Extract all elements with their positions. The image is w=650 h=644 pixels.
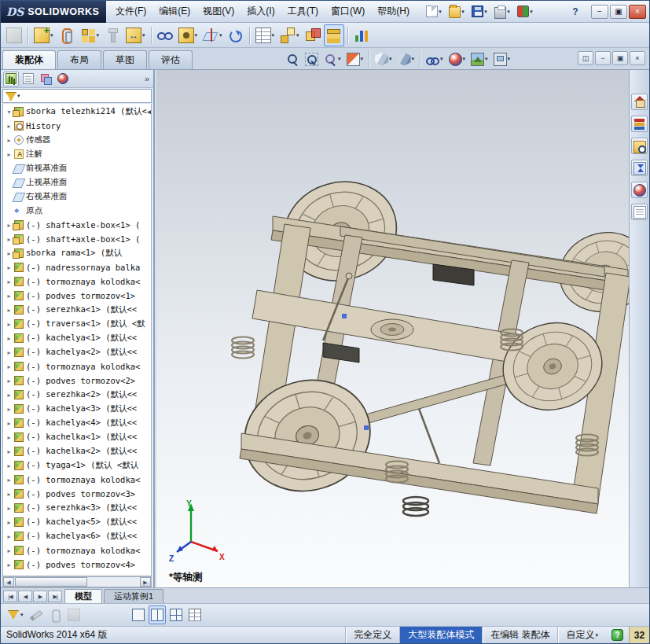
document-close-button[interactable]: ×	[630, 51, 645, 65]
tree-item[interactable]: ▸(-) tormoznaya kolodka<	[3, 473, 151, 487]
expander-icon[interactable]: ▸	[5, 462, 13, 469]
displaymanager-tab[interactable]	[55, 72, 71, 86]
menu-tools[interactable]: 工具(T)	[281, 1, 325, 22]
help-button[interactable]: ?	[567, 6, 583, 17]
expander-icon[interactable]: ▸	[5, 307, 13, 314]
interference-detection-button[interactable]	[303, 24, 323, 46]
tree-item[interactable]: 右视基准面	[3, 190, 151, 204]
open-document-button[interactable]: ▾	[446, 1, 467, 23]
propertymanager-tab[interactable]	[20, 72, 36, 86]
expander-icon[interactable]: ▸	[5, 406, 13, 413]
tree-item[interactable]: ▸(-) shaft+axle-box<1> (	[3, 218, 151, 232]
view-settings-button[interactable]: ▾	[491, 50, 513, 68]
expander-icon[interactable]: ▸	[5, 377, 13, 385]
featuremanager-tab[interactable]	[3, 72, 19, 86]
tree-item[interactable]: ▸(-) podves tormozov<1>	[3, 289, 151, 303]
last-tab-button[interactable]: ▶|	[48, 591, 62, 602]
new-document-button[interactable]: ▾	[424, 1, 444, 23]
exploded-view-button[interactable]: ▾	[277, 24, 302, 46]
linear-component-pattern-button[interactable]: ▾	[78, 24, 102, 46]
tab-sketch[interactable]: 草图	[103, 50, 147, 69]
menu-file[interactable]: 文件(F)	[109, 1, 152, 22]
custom-properties-button[interactable]	[631, 204, 648, 220]
tree-horizontal-scrollbar[interactable]: ◀ ▶	[2, 576, 152, 587]
expander-icon[interactable]: ▸	[5, 519, 13, 526]
document-restore-button[interactable]: ▣	[612, 51, 628, 65]
selection-filter-button[interactable]: ▾	[5, 605, 26, 624]
collapse-pane-arrow[interactable]: ◀	[147, 108, 152, 116]
expander-icon[interactable]: ▸	[5, 137, 13, 144]
large-assembly-mode-button[interactable]	[324, 24, 344, 46]
move-component-button[interactable]: ▾	[123, 24, 148, 46]
quick-tips-button[interactable]: ?	[611, 629, 623, 641]
section-view-button[interactable]: ▾	[344, 50, 366, 68]
scrollbar-thumb[interactable]	[15, 577, 87, 587]
expander-icon[interactable]: ▸	[5, 321, 13, 328]
display-style-button[interactable]: ▾	[395, 50, 417, 68]
assembly-features-button[interactable]: ▾	[176, 24, 200, 46]
configurationmanager-tab[interactable]	[38, 72, 53, 86]
expander-icon[interactable]: ▸	[5, 477, 13, 484]
tree-item[interactable]: ▸(-) tyaga<1> (默认 <默认	[3, 458, 151, 473]
tree-item[interactable]: 前视基准面	[3, 161, 151, 175]
single-view-button[interactable]	[130, 605, 147, 624]
expander-icon[interactable]: ▸	[5, 392, 13, 399]
tree-item[interactable]: ▸(-) serezhka<3> (默认<<	[3, 501, 151, 515]
scrollbar-track[interactable]	[88, 577, 140, 587]
design-library-button[interactable]	[631, 116, 648, 132]
view-palette-button[interactable]	[631, 160, 648, 176]
tree-item[interactable]: ▸(-) podves tormozov<4>	[3, 558, 151, 572]
tree-item[interactable]: ▸(-) kachelya<1> (默认<<	[3, 331, 151, 345]
options-button[interactable]: ▾	[515, 1, 535, 23]
expander-icon[interactable]: ▸	[5, 278, 13, 285]
four-view-button[interactable]	[167, 605, 185, 624]
mate-button[interactable]	[57, 24, 77, 46]
tree-item[interactable]: ▸(-) kachelya<4> (默认<<	[3, 416, 151, 430]
tree-item[interactable]: ▸注解	[3, 147, 151, 161]
prev-tab-button[interactable]: ◀	[18, 591, 32, 602]
study-tab-2[interactable]: 运动算例1	[104, 589, 163, 603]
edit-sketch-button[interactable]	[28, 605, 45, 624]
apply-scene-button[interactable]: ▾	[468, 50, 490, 68]
appearances-scenes-button[interactable]	[631, 182, 648, 198]
smart-fasteners-button[interactable]	[102, 24, 123, 46]
reference-geometry-button[interactable]: ▾	[200, 24, 225, 46]
tree-item[interactable]: ▸(-) serezhka<2> (默认<<	[3, 388, 151, 402]
tree-item[interactable]: ▸(-) kachelya<3> (默认<<	[3, 402, 151, 416]
save-button[interactable]: ▾	[469, 1, 490, 23]
expander-icon[interactable]: ▸	[5, 547, 13, 554]
tree-item[interactable]: ▸(-) kachelya<6> (默认<<	[3, 529, 151, 543]
print-button[interactable]: ▾	[492, 1, 512, 23]
hide-show-items-button[interactable]: ▾	[424, 50, 446, 68]
tree-item[interactable]: ▸(-) kachelya<5> (默认<<	[3, 515, 151, 529]
bill-of-materials-button[interactable]: ▾	[253, 24, 277, 46]
zoom-to-fit-button[interactable]	[284, 50, 302, 68]
zoom-to-area-button[interactable]	[303, 50, 321, 68]
expander-icon[interactable]: ▸	[5, 448, 13, 455]
menu-help[interactable]: 帮助(H)	[371, 1, 416, 22]
expander-icon[interactable]: ▸	[5, 293, 13, 300]
panel-overflow-button[interactable]: »	[145, 74, 151, 83]
edit-component-button[interactable]	[4, 24, 24, 46]
tree-item[interactable]: ▸(-) podves tormozov<3>	[3, 487, 151, 501]
tree-item[interactable]: 上视基准面	[3, 175, 151, 190]
next-tab-button[interactable]: ▶	[33, 591, 47, 602]
tree-item[interactable]: ▸(-) tormoznaya kolodka<	[3, 543, 151, 558]
tree-item[interactable]: ▸sborka rama<1> (默认	[3, 246, 151, 260]
assembly-visualization-button[interactable]	[351, 24, 372, 46]
tree-item[interactable]: 原点	[3, 204, 151, 218]
tree-item[interactable]: ▸(-) tormoznaya kolodka<	[3, 359, 151, 374]
edit-appearance-button[interactable]: ▾	[446, 50, 468, 68]
file-explorer-button[interactable]	[631, 138, 648, 154]
document-minimize-button[interactable]: −	[595, 51, 611, 65]
tree-item[interactable]: ▸(-) tormoznaya kolodka<	[3, 274, 151, 289]
expander-icon[interactable]: ▸	[5, 561, 13, 569]
menu-view[interactable]: 视图(V)	[196, 1, 241, 22]
tree-item[interactable]: ▸(-) traversa<1> (默认 <默	[3, 317, 151, 331]
expander-icon[interactable]: ▸	[5, 505, 13, 512]
status-custom[interactable]: 自定义▾	[557, 627, 606, 643]
two-view-button[interactable]	[149, 605, 166, 624]
scroll-left-arrow[interactable]: ◀	[3, 577, 14, 587]
menu-insert[interactable]: 插入(I)	[241, 1, 281, 22]
tab-layout[interactable]: 布局	[57, 50, 101, 69]
